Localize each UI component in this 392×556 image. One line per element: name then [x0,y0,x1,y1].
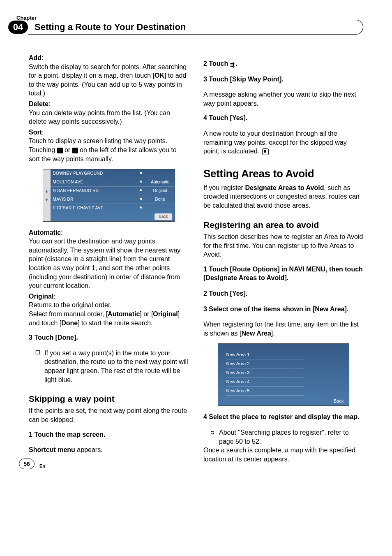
done-label: Done [61,320,78,327]
right-column: 2 Touch ⇶. 3 Touch [Skip Way Point]. A m… [203,53,363,465]
reg-step-3-text: When registering for the first time, any… [203,320,363,338]
areas-text: If you register Designate Areas to Avoid… [203,183,363,210]
sort-arrow-column: ▲ ▼ [43,169,51,221]
automatic-text: You can sort the destination and way poi… [29,238,180,289]
reg-step-2: 2 Touch [Yes]. [203,289,363,298]
list-label: E CESAR E CHAVEZ AVE [51,205,136,211]
page-number: 56 [19,459,35,469]
designate-areas-label: Designate Areas to Avoid [245,184,324,191]
sort-down-icon[interactable]: ▼ [43,195,51,204]
skip-step-3: 3 Touch [Skip Way Point]. [203,75,363,84]
back-button[interactable]: Back [334,398,344,404]
skip-step-2: 2 Touch ⇶. [203,59,363,68]
list-item[interactable]: DOWNEY PLAYGROUND ⚑ [51,169,175,178]
skip-step-3-text: A message asking whether you want to ski… [203,90,363,108]
sort-list: DOWNEY PLAYGROUND ⚑ MOULTON AVE ⚑ Automa… [51,169,175,221]
left-column: Add: Switch the display to search for po… [29,53,189,465]
skipping-text: If the points are set, the next way poin… [29,406,189,424]
route-skip-icon: ⇶ [230,61,236,67]
delete-block: Delete: You can delete way points from t… [29,100,189,126]
areas-heading: Setting Areas to Avoid [203,167,363,181]
new-area-item[interactable]: New Area 3 [226,368,304,378]
automatic-label: Automatic [108,310,140,317]
add-block: Add: Switch the display to search for po… [29,53,189,98]
shortcut-menu-label: Shortcut menu [29,446,75,453]
flag-icon: ⚑ [136,205,146,211]
original-button[interactable]: Original [146,188,175,194]
new-area-screenshot: New Area 1 New Area 2 New Area 3 New Are… [218,343,349,406]
reg-step-4: 4 Select the place to register and displ… [203,412,363,422]
flag-icon: ⚑ [136,179,146,185]
page-header: 04 Setting a Route to Your Destination [8,20,363,35]
arrow-up-icon: ↑ [57,148,63,153]
step-3-done: 3 Touch [Done]. [29,333,189,342]
reg-step-3: 3 Select one of the items shown in [New … [203,305,363,314]
list-label: MAVIS DR [51,197,136,202]
automatic-heading: Automatic [29,229,61,236]
list-item[interactable]: MOULTON AVE ⚑ Automatic [51,178,175,186]
note-item: If you set a way point(s) in the route t… [44,349,189,384]
delete-heading: Delete [29,100,48,107]
original-label: Original [153,310,178,317]
content-columns: Add: Switch the display to search for po… [29,53,363,465]
list-label: DOWNEY PLAYGROUND [51,171,136,176]
back-button[interactable]: Back [154,213,172,220]
delete-text: You can delete way points from the list.… [29,109,170,125]
add-heading: Add [29,54,42,61]
reg-step-4-note: About "Searching places to register", re… [203,428,363,446]
areas-text-a: If you register [203,184,245,191]
done-button[interactable]: Done [146,197,175,202]
original-text-2a: Select from manual order, [ [29,310,108,317]
sort-heading: Sort [29,129,42,136]
chapter-label: Chapter [16,15,37,21]
original-text-2d: ] to start the route search. [78,320,152,327]
screenshot-footer: Back [226,398,344,404]
original-block: Original: Returns to the original order.… [29,292,189,327]
list-item[interactable]: E CESAR E CHAVEZ AVE ⚑ [51,204,175,212]
flag-icon: ⚑ [136,171,146,176]
automatic-button[interactable]: Automatic [146,179,175,185]
flag-icon: ⚑ [136,188,146,194]
list-label: N SAN FERNANDO RD [51,188,136,194]
skip-step-4: 4 Touch [Yes]. [203,114,363,123]
arrow-down-icon: ↓ [72,148,78,153]
list-item[interactable]: N SAN FERNANDO RD ⚑ Original [51,186,175,195]
sort-screenshot: ▲ ▼ DOWNEY PLAYGROUND ⚑ MOULTON AVE ⚑ Au… [43,169,175,222]
new-area-label: New Area [241,330,271,337]
new-area-item[interactable]: New Area 4 [226,378,304,387]
new-area-item[interactable]: New Area 1 [226,350,304,359]
manual-page: Chapter 04 Setting a Route to Your Desti… [0,0,392,482]
skipping-heading: Skipping a way point [29,393,189,405]
skip-step-4-body: A new route to your destination through … [203,130,347,155]
skip-step-4-text: A new route to your destination through … [203,129,363,156]
list-item[interactable]: MAVIS DR ⚑ Done [51,195,175,204]
shortcut-menu-text: appears. [75,446,103,453]
original-heading: Original [29,293,53,300]
section-end-icon [262,148,269,155]
list-label: MOULTON AVE [51,179,136,185]
reg-step-3-text-a: When registering for the first time, any… [203,321,359,337]
skip-step-1: 1 Touch the map screen. [29,430,189,439]
screenshot-footer: Back [51,212,175,221]
page-title: Setting a Route to Your Destination [28,20,363,35]
reference-note: About "Searching places to register", re… [219,428,363,446]
chapter-number-badge: 04 [8,21,28,34]
new-area-item[interactable]: New Area 2 [226,359,304,368]
skip-step-2-end: . [236,60,238,67]
sort-up-icon[interactable]: ▲ [43,187,51,195]
original-text-2b: ] or [ [140,310,153,317]
skip-step-1-sub: Shortcut menu appears. [29,445,189,454]
reg-step-3-text-b: ]. [271,330,275,337]
registering-text: This section describes how to register a… [203,232,363,259]
flag-icon: ⚑ [136,197,146,202]
reg-step-1: 1 Touch [Route Options] in NAVI MENU, th… [203,265,363,283]
skip-step-2-text: 2 Touch [203,60,230,67]
sort-block: Sort: Touch to display a screen listing … [29,128,189,163]
registering-heading: Registering an area to avoid [203,219,363,231]
reg-step-4-text: Once a search is complete, a map with th… [203,446,363,463]
ok-label: OK [154,72,164,79]
automatic-block: Automatic: You can sort the destination … [29,228,189,290]
new-area-item[interactable]: New Area 5 [226,387,304,396]
page-language: En [39,463,45,468]
sort-text-2: or [63,146,72,153]
